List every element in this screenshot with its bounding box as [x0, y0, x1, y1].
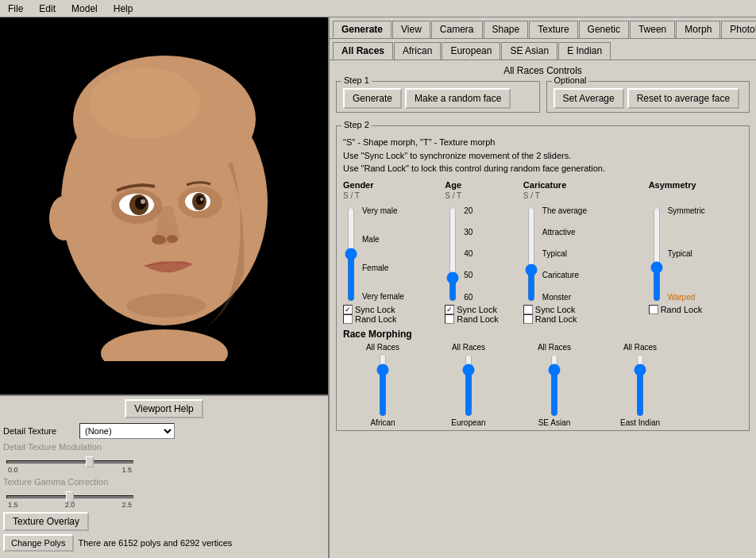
race-tab-allraces[interactable]: All Races — [333, 42, 393, 60]
tab-genetic[interactable]: Genetic — [579, 21, 629, 38]
age-col: Age S / T — [445, 180, 523, 203]
race-tab-european[interactable]: European — [442, 42, 500, 60]
bottom-controls: Viewport Help Detail Texture (None) Deta… — [0, 394, 328, 558]
asym-labels: Symmetric Typical Warped — [665, 206, 705, 302]
tab-view[interactable]: View — [392, 21, 430, 38]
tab-morph[interactable]: Morph — [676, 21, 720, 38]
optional-label: Optional — [552, 75, 589, 85]
caric-subheader: S / T — [523, 191, 649, 200]
age-rand-checkbox[interactable] — [445, 314, 454, 324]
caric-rand-row: Rand Lock — [523, 314, 649, 324]
checkboxes-row: Sync Lock Rand Lock Sync Lock — [343, 305, 742, 324]
step2-label: Step 2 — [341, 120, 372, 129]
gamma-label: Texture Gamma Correction — [3, 477, 130, 487]
gender-rand-row: Rand Lock — [343, 314, 445, 324]
race-sliders-row: All Races African All Races European — [343, 343, 742, 427]
race-seasian-slider-area — [546, 353, 562, 417]
gender-locks: Sync Lock Rand Lock — [343, 305, 445, 324]
gender-slider[interactable] — [343, 206, 359, 302]
optional-box: Optional Set Average Reset to average fa… — [546, 81, 750, 113]
caric-slider[interactable] — [523, 206, 539, 302]
asym-rand-checkbox[interactable] — [649, 305, 658, 314]
viewport-help-button[interactable]: Viewport Help — [125, 399, 202, 418]
race-african-slider[interactable] — [375, 353, 391, 417]
left-panel: Viewport Help Detail Texture (None) Deta… — [0, 17, 330, 558]
race-eindian-slider-area — [632, 353, 648, 417]
age-header: Age — [445, 180, 523, 190]
change-polys-row: Change Polys There are 6152 polys and 62… — [3, 534, 325, 552]
make-random-face-button[interactable]: Make a random face — [405, 88, 511, 109]
detail-texture-label: Detail Texture — [3, 426, 75, 436]
asym-slider[interactable] — [649, 206, 665, 302]
svg-point-19 — [89, 67, 200, 139]
gamma-label-row: Texture Gamma Correction — [3, 477, 325, 487]
race-eindian-top: All Races — [623, 343, 657, 352]
race-european-bottom: European — [451, 418, 485, 427]
caric-rand-checkbox[interactable] — [523, 314, 533, 324]
menu-model[interactable]: Model — [67, 2, 102, 16]
detail-texture-select[interactable]: (None) — [79, 423, 175, 439]
race-seasian-slider[interactable] — [546, 353, 562, 417]
menu-help[interactable]: Help — [109, 2, 138, 16]
gender-rand-checkbox[interactable] — [343, 314, 353, 324]
race-european-slider-area — [461, 353, 476, 417]
detail-texture-row: Detail Texture (None) — [3, 423, 325, 439]
tab-generate[interactable]: Generate — [333, 21, 392, 38]
reset-average-button[interactable]: Reset to average face — [627, 88, 739, 109]
change-polys-button[interactable]: Change Polys — [3, 534, 74, 552]
tab-photofit[interactable]: PhotoFit — [721, 21, 756, 38]
face-render — [14, 52, 315, 361]
race-tab-eindian[interactable]: E Indian — [558, 42, 611, 60]
age-sync-checkbox[interactable] — [445, 305, 454, 314]
gender-sync-checkbox[interactable] — [343, 305, 353, 314]
poly-info: There are 6152 polys and 6292 vertices — [79, 538, 233, 548]
menu-file[interactable]: File — [3, 2, 28, 16]
tab-tween[interactable]: Tween — [630, 21, 675, 38]
right-panel: Generate View Camera Shape Texture Genet… — [330, 17, 756, 558]
asym-header: Asymmetry — [649, 180, 742, 190]
age-slider-col: 20 30 40 50 60 — [445, 206, 523, 302]
svg-point-15 — [167, 235, 178, 243]
generate-button[interactable]: Generate — [343, 88, 402, 109]
race-european-slider[interactable] — [461, 353, 476, 417]
age-labels: 20 30 40 50 60 — [461, 206, 472, 302]
age-slider[interactable] — [445, 206, 461, 302]
step1-label: Step 1 — [341, 75, 372, 85]
set-average-button[interactable]: Set Average — [554, 88, 624, 109]
step1-box: Step 1 Generate Make a random face — [336, 81, 540, 113]
race-tab-seasian[interactable]: SE Asian — [501, 42, 557, 60]
texture-overlay-button[interactable]: Texture Overlay — [3, 512, 89, 531]
content-area: All Races Controls Step 1 Generate Make … — [330, 60, 756, 558]
menu-edit[interactable]: Edit — [34, 2, 60, 16]
gender-slider-col: Very male Male Female Very female — [343, 206, 445, 302]
gamma-slider[interactable] — [6, 495, 133, 498]
svg-point-16 — [126, 294, 206, 317]
race-eindian-slider[interactable] — [632, 353, 648, 417]
gender-sync-row: Sync Lock — [343, 305, 445, 314]
svg-point-14 — [152, 235, 166, 244]
caric-sync-checkbox[interactable] — [523, 305, 533, 314]
texture-mod-slider[interactable] — [6, 460, 133, 464]
gender-col: Gender S / T — [343, 180, 445, 203]
asym-col: Asymmetry — [649, 180, 742, 203]
caric-slider-col: The average Attractive Typical Caricatur… — [523, 206, 649, 302]
main-container: Viewport Help Detail Texture (None) Deta… — [0, 17, 756, 558]
texture-mod-label: Detail Texture Modulation — [3, 442, 130, 452]
race-eindian-bottom: East Indian — [620, 418, 660, 427]
step1-container: Step 1 Generate Make a random face Optio… — [336, 81, 750, 119]
caric-col: Caricature S / T — [523, 180, 649, 203]
caric-sync-row: Sync Lock — [523, 305, 649, 314]
tab-shape[interactable]: Shape — [484, 21, 529, 38]
caric-labels: The average Attractive Typical Caricatur… — [539, 206, 587, 302]
tab-texture[interactable]: Texture — [529, 21, 577, 38]
age-subheader: S / T — [445, 191, 523, 200]
texture-overlay-row: Texture Overlay — [3, 512, 325, 531]
race-col-seasian: All Races SE Asian — [515, 343, 594, 427]
race-morph-title: Race Morphing — [343, 329, 742, 340]
step2-description: "S" - Shape morph, "T" - Texture morph U… — [343, 136, 742, 175]
race-seasian-bottom: SE Asian — [538, 418, 571, 427]
caric-header: Caricature — [523, 180, 649, 190]
race-tab-african[interactable]: African — [394, 42, 441, 60]
tab-camera[interactable]: Camera — [431, 21, 483, 38]
svg-point-13 — [200, 198, 203, 201]
